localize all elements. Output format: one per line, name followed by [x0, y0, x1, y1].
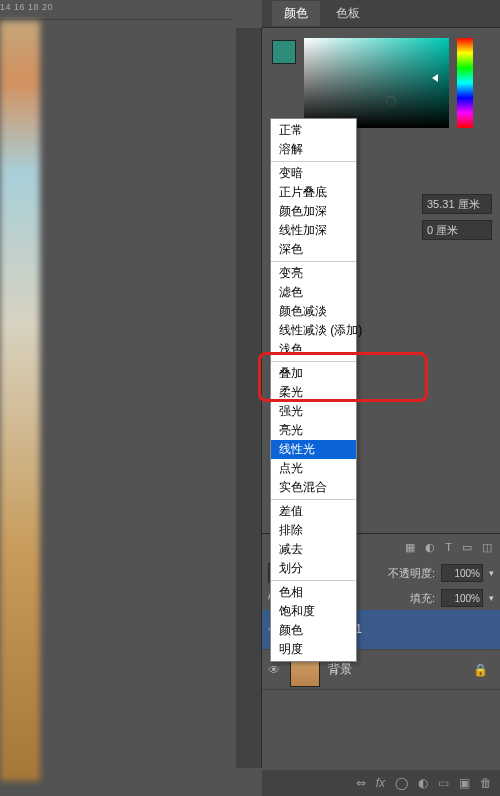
filter-pixel-icon[interactable]: ▦: [405, 541, 415, 554]
opacity-input[interactable]: [441, 564, 483, 582]
blend-mode-option[interactable]: 排除: [271, 521, 356, 540]
blend-mode-option[interactable]: 差值: [271, 502, 356, 521]
color-panel-tabs: 颜色 色板: [262, 0, 500, 28]
opacity-label: 不透明度:: [388, 566, 435, 581]
blend-mode-option[interactable]: 减去: [271, 540, 356, 559]
visibility-toggle-icon[interactable]: 👁: [266, 663, 282, 677]
chevron-down-icon[interactable]: ▾: [489, 568, 494, 578]
blend-mode-option[interactable]: 颜色减淡: [271, 302, 356, 321]
blend-mode-option[interactable]: 变亮: [271, 264, 356, 283]
filter-smart-icon[interactable]: ◫: [482, 541, 492, 554]
tab-swatches[interactable]: 色板: [324, 1, 372, 26]
filter-text-icon[interactable]: T: [445, 541, 452, 553]
blend-mode-menu[interactable]: 正常溶解变暗正片叠底颜色加深线性加深深色变亮滤色颜色减淡线性减淡 (添加)浅色叠…: [270, 118, 357, 662]
blend-mode-option[interactable]: 色相: [271, 583, 356, 602]
blend-mode-option[interactable]: 深色: [271, 240, 356, 259]
link-layers-icon[interactable]: ⇔: [356, 776, 366, 790]
layers-footer: ⇔ fx ◯ ◐ ▭ ▣ 🗑: [262, 770, 500, 796]
blend-mode-option[interactable]: 柔光: [271, 383, 356, 402]
ruler-horizontal: [0, 0, 232, 20]
document-image[interactable]: [0, 21, 40, 781]
filter-adjust-icon[interactable]: ◐: [425, 541, 435, 554]
fx-icon[interactable]: fx: [376, 776, 385, 790]
width-input[interactable]: [422, 194, 492, 214]
blend-mode-option[interactable]: 滤色: [271, 283, 356, 302]
blend-mode-option[interactable]: 强光: [271, 402, 356, 421]
blend-mode-option[interactable]: 线性减淡 (添加): [271, 321, 356, 340]
adjustment-icon[interactable]: ◐: [418, 776, 428, 790]
hue-slider[interactable]: [457, 38, 473, 128]
blend-mode-option[interactable]: 正片叠底: [271, 183, 356, 202]
panel-dock-strip[interactable]: [236, 28, 262, 768]
color-picker-indicator: [386, 96, 396, 106]
layer-name[interactable]: 背景: [328, 661, 352, 678]
blend-mode-option[interactable]: 溶解: [271, 140, 356, 159]
blend-mode-option[interactable]: 变暗: [271, 164, 356, 183]
filter-shape-icon[interactable]: ▭: [462, 541, 472, 554]
chevron-down-icon[interactable]: ▾: [489, 593, 494, 603]
blend-mode-option[interactable]: 浅色: [271, 340, 356, 359]
fill-label: 填充:: [410, 591, 435, 606]
blend-mode-option[interactable]: 饱和度: [271, 602, 356, 621]
blend-mode-option[interactable]: 线性光: [271, 440, 356, 459]
blend-mode-option[interactable]: 叠加: [271, 364, 356, 383]
lock-icon: 🔒: [473, 663, 488, 677]
group-icon[interactable]: ▭: [438, 776, 449, 790]
hue-slider-handle[interactable]: [432, 74, 438, 82]
blend-mode-option[interactable]: 线性加深: [271, 221, 356, 240]
blend-mode-option[interactable]: 划分: [271, 559, 356, 578]
blend-mode-option[interactable]: 点光: [271, 459, 356, 478]
blend-mode-option[interactable]: 亮光: [271, 421, 356, 440]
blend-mode-option[interactable]: 颜色: [271, 621, 356, 640]
trash-icon[interactable]: 🗑: [480, 776, 492, 790]
blend-mode-option[interactable]: 明度: [271, 640, 356, 659]
blend-mode-option[interactable]: 颜色加深: [271, 202, 356, 221]
blend-mode-option[interactable]: 实色混合: [271, 478, 356, 497]
tab-color[interactable]: 颜色: [272, 1, 320, 26]
mask-icon[interactable]: ◯: [395, 776, 408, 790]
new-layer-icon[interactable]: ▣: [459, 776, 470, 790]
foreground-color-swatch[interactable]: [272, 40, 296, 64]
fill-input[interactable]: [441, 589, 483, 607]
blend-mode-option[interactable]: 正常: [271, 121, 356, 140]
color-field[interactable]: [304, 38, 449, 128]
canvas-area[interactable]: [0, 0, 232, 796]
